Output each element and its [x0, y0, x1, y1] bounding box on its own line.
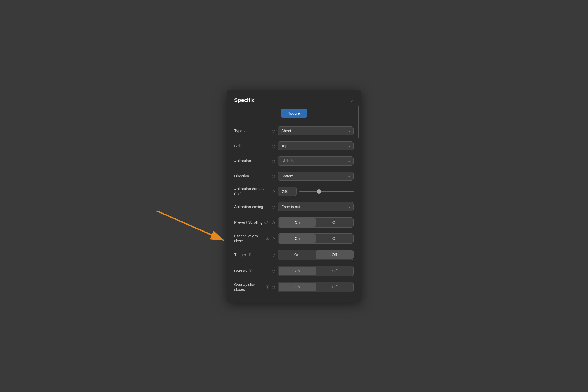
side-row: Side ◔ Top Bottom Left Right: [232, 139, 356, 153]
direction-select-wrapper: Bottom Top Left Right: [278, 172, 354, 181]
animation-duration-reset-icon[interactable]: ◔: [272, 189, 275, 194]
animation-label: Animation: [234, 159, 269, 163]
escape-key-off[interactable]: Off: [316, 234, 354, 243]
side-select[interactable]: Top Bottom Left Right: [278, 141, 354, 150]
prevent-scrolling-control: ◔ On Off: [272, 217, 354, 228]
escape-key-reset-icon[interactable]: ◔: [272, 236, 275, 241]
animation-easing-control: ◔ Ease in out Ease in Ease out Linear: [272, 202, 354, 211]
direction-row: Direction ◔ Bottom Top Left Right: [232, 169, 356, 183]
overlay-click-closes-reset-icon[interactable]: ◔: [272, 285, 275, 289]
animation-control: ◔ Slide in Fade None: [272, 156, 354, 166]
prevent-scrolling-off[interactable]: Off: [316, 218, 354, 227]
overlay-click-closes-on[interactable]: On: [279, 283, 316, 291]
overlay-row: Overlay ⓘ ◔ On Off: [232, 263, 356, 279]
overlay-reset-icon[interactable]: ◔: [272, 269, 275, 273]
type-row: Type ⓘ ◔ Sheet Modal Drawer: [232, 124, 356, 138]
side-label: Side: [234, 144, 269, 148]
animation-easing-label: Animation easing: [234, 204, 269, 209]
prevent-scrolling-row: Prevent Scrolling ⓘ ◔ On Off: [232, 215, 356, 230]
escape-key-label: Escape key to close ⓘ: [234, 234, 269, 243]
prevent-scrolling-toggle: On Off: [278, 217, 354, 228]
specific-panel: Specific ⌄ Toggle Type ⓘ ◔ Sheet Modal: [227, 90, 361, 302]
overlay-help-icon[interactable]: ⓘ: [249, 269, 252, 273]
animation-easing-select-wrapper: Ease in out Ease in Ease out Linear: [278, 202, 354, 211]
trigger-label: Trigger ⓘ: [234, 252, 269, 257]
animation-duration-row: Animation duration (ms) ◔: [232, 184, 356, 199]
animation-select[interactable]: Slide in Fade None: [278, 156, 354, 166]
toggle-row: Toggle: [227, 109, 361, 118]
animation-easing-row: Animation easing ◔ Ease in out Ease in E…: [232, 200, 356, 214]
overlay-toggle: On Off: [278, 266, 354, 276]
overlay-click-closes-toggle: On Off: [278, 282, 354, 292]
overlay-click-closes-label: Overlay click closes ⓘ: [234, 282, 269, 292]
escape-key-help-icon[interactable]: ⓘ: [266, 236, 269, 241]
type-help-icon[interactable]: ⓘ: [244, 128, 247, 133]
panel-header: Specific ⌄: [227, 97, 361, 109]
trigger-on[interactable]: On: [278, 250, 315, 260]
trigger-control: ◔ On Off: [272, 250, 354, 260]
animation-easing-reset-icon[interactable]: ◔: [272, 205, 275, 209]
escape-key-on[interactable]: On: [279, 234, 316, 243]
overlay-label: Overlay ⓘ: [234, 268, 269, 273]
prevent-scrolling-help-icon[interactable]: ⓘ: [264, 220, 268, 225]
overlay-control: ◔ On Off: [272, 266, 354, 276]
escape-key-toggle: On Off: [278, 233, 354, 244]
overlay-on[interactable]: On: [279, 267, 316, 275]
prevent-scrolling-label: Prevent Scrolling ⓘ: [234, 220, 269, 225]
overlay-click-closes-off[interactable]: Off: [316, 282, 354, 292]
side-select-wrapper: Top Bottom Left Right: [278, 141, 354, 150]
animation-row: Animation ◔ Slide in Fade None: [232, 154, 356, 168]
svg-line-1: [157, 211, 224, 240]
type-select-wrapper: Sheet Modal Drawer: [278, 126, 354, 135]
overlay-click-closes-row: Overlay click closes ⓘ ◔ On Off: [232, 279, 356, 295]
prevent-scrolling-on[interactable]: On: [279, 218, 316, 227]
direction-label: Direction: [234, 174, 269, 178]
chevron-down-icon[interactable]: ⌄: [350, 97, 354, 103]
trigger-row: Trigger ⓘ ◔ On Off: [232, 247, 356, 262]
escape-key-row: Escape key to close ⓘ ◔ On Off: [232, 231, 356, 246]
animation-easing-select[interactable]: Ease in out Ease in Ease out Linear: [278, 202, 354, 211]
overlay-click-closes-help-icon[interactable]: ⓘ: [266, 285, 269, 289]
trigger-reset-icon[interactable]: ◔: [272, 253, 275, 257]
direction-select[interactable]: Bottom Top Left Right: [278, 172, 354, 181]
animation-duration-slider[interactable]: [299, 191, 354, 192]
animation-select-wrapper: Slide in Fade None: [278, 156, 354, 166]
side-reset-icon[interactable]: ◔: [272, 144, 275, 148]
trigger-off[interactable]: Off: [316, 250, 353, 259]
trigger-help-icon[interactable]: ⓘ: [248, 253, 251, 257]
animation-duration-control: ◔: [272, 187, 354, 196]
type-control: ◔ Sheet Modal Drawer: [272, 126, 354, 135]
trigger-toggle: On Off: [278, 250, 354, 260]
direction-reset-icon[interactable]: ◔: [272, 174, 275, 178]
type-select[interactable]: Sheet Modal Drawer: [278, 126, 354, 135]
overlay-off[interactable]: Off: [316, 266, 354, 276]
overlay-click-closes-control: ◔ On Off: [272, 282, 354, 292]
toggle-button[interactable]: Toggle: [281, 109, 307, 118]
side-control: ◔ Top Bottom Left Right: [272, 141, 354, 150]
direction-control: ◔ Bottom Top Left Right: [272, 172, 354, 181]
animation-duration-label: Animation duration (ms): [234, 187, 269, 196]
type-reset-icon[interactable]: ◔: [272, 129, 275, 133]
escape-key-control: ◔ On Off: [272, 233, 354, 244]
rows-container: Type ⓘ ◔ Sheet Modal Drawer: [227, 124, 361, 295]
type-label: Type ⓘ: [234, 128, 269, 133]
animation-reset-icon[interactable]: ◔: [272, 159, 275, 163]
prevent-scrolling-reset-icon[interactable]: ◔: [272, 220, 275, 225]
panel-title: Specific: [234, 97, 255, 103]
animation-duration-input[interactable]: [278, 187, 297, 196]
